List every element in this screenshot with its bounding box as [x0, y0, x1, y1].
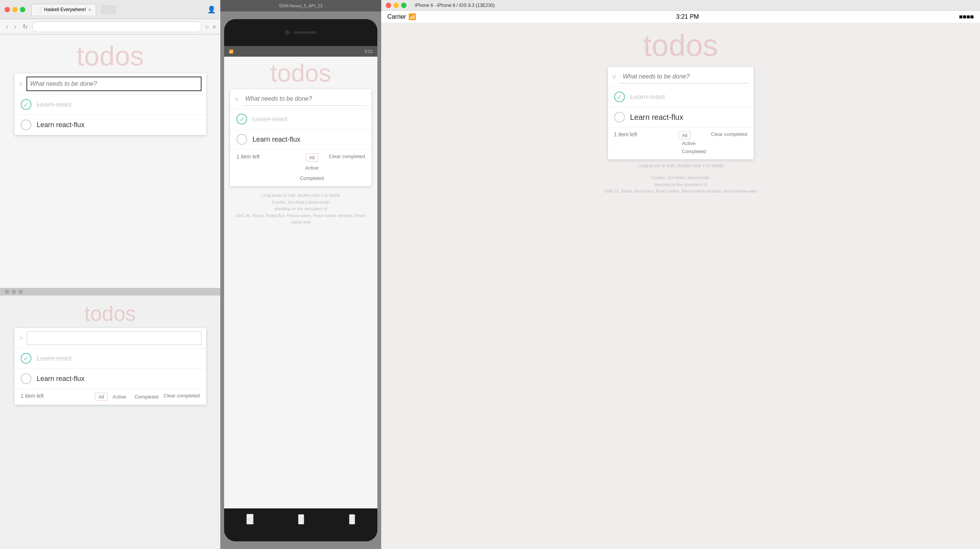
- android-credits-3: GHCJS, React, React-flux, React-native, …: [236, 213, 365, 225]
- maximize-button[interactable]: [20, 7, 25, 12]
- android-section: 5554:Nexus_5_API_23 📶 3:21 todos v: [220, 0, 381, 549]
- android-back-btn[interactable]: ◁: [246, 514, 254, 524]
- android-input-row: v: [230, 89, 371, 109]
- ios-todo-text-2: Learn react-flux: [630, 113, 683, 122]
- app-title-bottom: todos: [84, 303, 136, 324]
- todo-input-bottom[interactable]: [27, 331, 201, 345]
- android-checkbox-1[interactable]: [236, 114, 247, 124]
- address-input[interactable]: localhost:8084: [32, 21, 202, 32]
- filter-active-bottom[interactable]: Active: [109, 393, 129, 401]
- todo-checkbox-1-top[interactable]: [21, 99, 31, 110]
- android-todo-footer: 1 item left All Active Completed Clear c…: [230, 150, 371, 186]
- android-filter-completed[interactable]: Completed: [296, 174, 327, 182]
- todo-item-2-bottom: Learn react-flux: [15, 369, 206, 389]
- ios-filter-all[interactable]: All: [678, 131, 691, 139]
- todo-item-2-top: Learn react-flux: [15, 115, 206, 135]
- android-speaker: [293, 31, 316, 34]
- ios-input-row: v: [608, 67, 754, 87]
- reload-button[interactable]: ↻: [21, 21, 29, 32]
- android-todo-item-2: Learn react-flux: [230, 129, 371, 150]
- android-credits-hint: Long-press to edit, double-click x to de…: [261, 193, 340, 198]
- android-filter-group: All Active Completed: [296, 154, 327, 182]
- app-title-top: todos: [76, 42, 144, 70]
- android-time: 3:21: [365, 49, 373, 54]
- todo-checkbox-2-bottom[interactable]: [21, 373, 31, 384]
- browser-section: 📄 Haskell Everywhere! ✕ 👤 ‹ › ↻ localhos…: [0, 0, 220, 549]
- todo-card-bottom: > Learn react Learn react-flux 1 item le…: [15, 328, 206, 405]
- ios-checkbox-2[interactable]: [614, 112, 625, 123]
- filter-all-bottom[interactable]: All: [95, 393, 107, 401]
- ios-todo-item-2: Learn react-flux: [608, 107, 754, 127]
- todo-app-bottom: todos > Learn react Learn react-flux: [0, 296, 220, 412]
- ios-toggle-all[interactable]: v: [613, 73, 616, 81]
- todo-input-row-top: v: [15, 74, 206, 95]
- new-tab-area[interactable]: [101, 5, 116, 14]
- android-camera: [285, 30, 290, 35]
- dot3: [18, 289, 23, 294]
- ios-app-content: todos v Learn react Learn react-flux 1 i…: [381, 23, 980, 203]
- clear-completed-bottom[interactable]: Clear completed: [164, 393, 200, 399]
- toggle-all-bottom[interactable]: >: [19, 334, 23, 342]
- ios-filter-group: All Active Completed: [678, 131, 710, 155]
- todo-checkbox-2-top[interactable]: [21, 119, 31, 130]
- tab-page-icon: 📄: [36, 7, 42, 12]
- todo-text-1-top: Learn react: [37, 101, 72, 109]
- ios-battery: ■■■■: [959, 13, 974, 20]
- android-filter-all[interactable]: All: [306, 154, 318, 162]
- back-button[interactable]: ‹: [5, 22, 10, 32]
- android-home-btn[interactable]: ○: [298, 514, 304, 524]
- ios-todo-text-1: Learn react: [630, 93, 665, 101]
- ios-hint: Long-press to edit, double-click x to de…: [637, 163, 724, 168]
- browser-bottom-content: todos > Learn react Learn react-flux: [0, 296, 220, 549]
- todo-footer-bottom: 1 item left All Active Completed Clear c…: [15, 389, 206, 405]
- tab-title: Haskell Everywhere!: [44, 7, 86, 12]
- traffic-lights: [5, 7, 25, 12]
- android-filter-row: All: [306, 154, 318, 162]
- forward-button[interactable]: ›: [13, 22, 18, 32]
- todo-app-top: todos v Learn react Learn react-flux: [0, 34, 220, 143]
- ios-clear-completed[interactable]: Clear completed: [711, 131, 747, 137]
- todo-input-row-bottom: >: [15, 328, 206, 348]
- ios-close-btn[interactable]: [386, 3, 391, 8]
- todo-checkbox-1-bottom[interactable]: [21, 353, 31, 364]
- browser-top-content: todos v Learn react Learn react-flux: [0, 34, 220, 288]
- dot1: [5, 289, 9, 294]
- browser-tab[interactable]: 📄 Haskell Everywhere! ✕: [31, 4, 96, 15]
- android-clear-completed[interactable]: Clear completed: [329, 154, 365, 159]
- ios-maximize-btn[interactable]: [401, 3, 406, 8]
- bookmark-icon: ☆: [205, 24, 210, 30]
- android-filter-active[interactable]: Active: [302, 164, 322, 172]
- tab-close-button[interactable]: ✕: [88, 8, 91, 12]
- ios-todo-count: 1 item left: [614, 131, 677, 137]
- minimize-button[interactable]: [12, 7, 18, 12]
- ios-todo-input[interactable]: [620, 70, 749, 83]
- android-credits-1: Credits: Jyri-Matti Lähteenmäki: [272, 200, 330, 204]
- android-toggle-all[interactable]: v: [235, 95, 238, 103]
- android-checkbox-2[interactable]: [236, 134, 247, 145]
- filter-row-bottom: All Active Completed: [95, 393, 162, 401]
- ios-app-title: todos: [643, 30, 718, 61]
- second-window-separator: [0, 288, 220, 296]
- android-todo-input[interactable]: [242, 92, 367, 106]
- android-recent-btn[interactable]: □: [349, 514, 355, 524]
- android-window-title: 5554:Nexus_5_API_23: [279, 3, 322, 8]
- android-app-content: todos v Learn react Learn react-flux: [224, 57, 377, 508]
- android-status-icons: 📶: [229, 49, 233, 54]
- ios-carrier-area: Carrier 📶: [387, 13, 416, 20]
- android-app-title: todos: [270, 60, 331, 85]
- android-navbar: ◁ ○ □: [224, 508, 377, 530]
- ios-minimize-btn[interactable]: [393, 3, 399, 8]
- toggle-all-top[interactable]: v: [19, 80, 23, 88]
- ios-filter-active[interactable]: Active: [678, 139, 699, 147]
- android-todo-app: todos v Learn react Learn react-flux: [224, 57, 377, 230]
- todo-input-top[interactable]: [26, 77, 202, 91]
- todo-text-2-top: Learn react-flux: [37, 121, 85, 129]
- filter-completed-bottom[interactable]: Completed: [131, 393, 162, 401]
- android-top-bezel: [224, 19, 377, 46]
- close-button[interactable]: [5, 7, 10, 12]
- ios-checkbox-1[interactable]: [614, 92, 625, 102]
- ios-todo-card: v Learn react Learn react-flux 1 item le…: [608, 67, 754, 159]
- ios-titlebar: iPhone 6 - iPhone 6 / iOS 9.3 (13E230): [381, 0, 980, 11]
- ios-filter-completed[interactable]: Completed: [678, 147, 710, 155]
- profile-icon: 👤: [207, 5, 216, 14]
